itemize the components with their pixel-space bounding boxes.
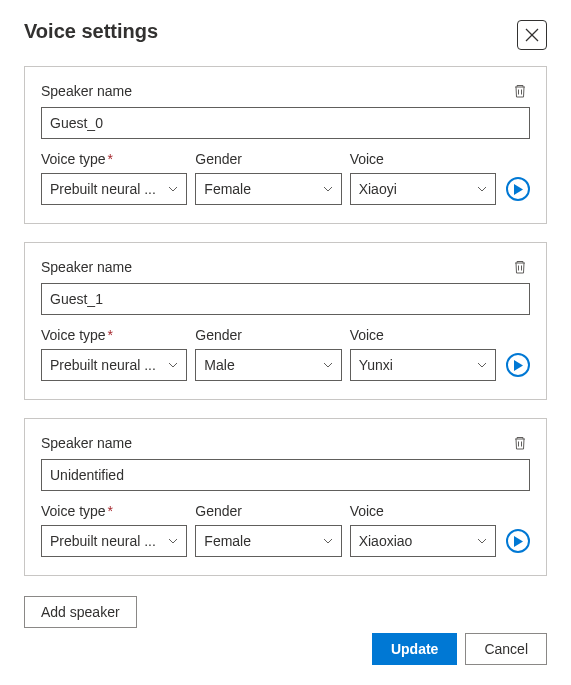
delete-speaker-button[interactable] <box>510 433 530 453</box>
trash-icon <box>512 435 528 451</box>
speaker-name-label: Speaker name <box>41 259 132 275</box>
gender-label: Gender <box>195 503 341 519</box>
gender-dropdown[interactable]: Male <box>195 349 341 381</box>
voice-type-label: Voice type* <box>41 503 187 519</box>
voice-dropdown[interactable]: Xiaoxiao <box>350 525 496 557</box>
voice-label: Voice <box>350 503 496 519</box>
speaker-name-input[interactable] <box>41 459 530 491</box>
close-icon <box>525 28 539 42</box>
update-button[interactable]: Update <box>372 633 457 665</box>
delete-speaker-button[interactable] <box>510 81 530 101</box>
speaker-name-label: Speaker name <box>41 83 132 99</box>
gender-label: Gender <box>195 151 341 167</box>
close-button[interactable] <box>517 20 547 50</box>
speaker-name-input[interactable] <box>41 283 530 315</box>
gender-label: Gender <box>195 327 341 343</box>
voice-type-label: Voice type* <box>41 327 187 343</box>
voice-type-dropdown[interactable]: Prebuilt neural ... <box>41 349 187 381</box>
voice-label: Voice <box>350 151 496 167</box>
delete-speaker-button[interactable] <box>510 257 530 277</box>
svg-marker-3 <box>514 360 523 371</box>
trash-icon <box>512 83 528 99</box>
gender-dropdown[interactable]: Female <box>195 173 341 205</box>
page-title: Voice settings <box>24 20 158 43</box>
svg-marker-2 <box>514 184 523 195</box>
speaker-card: Speaker name Voice type* Prebuilt neural… <box>24 66 547 224</box>
play-button[interactable] <box>506 529 530 553</box>
speaker-name-label: Speaker name <box>41 435 132 451</box>
cancel-button[interactable]: Cancel <box>465 633 547 665</box>
speaker-card: Speaker name Voice type* Prebuilt neural… <box>24 242 547 400</box>
voice-dropdown[interactable]: Yunxi <box>350 349 496 381</box>
voice-label: Voice <box>350 327 496 343</box>
play-icon <box>514 536 523 547</box>
voice-type-dropdown[interactable]: Prebuilt neural ... <box>41 525 187 557</box>
svg-marker-4 <box>514 536 523 547</box>
voice-type-label: Voice type* <box>41 151 187 167</box>
voice-type-dropdown[interactable]: Prebuilt neural ... <box>41 173 187 205</box>
play-icon <box>514 184 523 195</box>
gender-dropdown[interactable]: Female <box>195 525 341 557</box>
speaker-name-input[interactable] <box>41 107 530 139</box>
play-button[interactable] <box>506 177 530 201</box>
voice-dropdown[interactable]: Xiaoyi <box>350 173 496 205</box>
add-speaker-button[interactable]: Add speaker <box>24 596 137 628</box>
trash-icon <box>512 259 528 275</box>
play-icon <box>514 360 523 371</box>
speaker-card: Speaker name Voice type* Prebuilt neural… <box>24 418 547 576</box>
play-button[interactable] <box>506 353 530 377</box>
